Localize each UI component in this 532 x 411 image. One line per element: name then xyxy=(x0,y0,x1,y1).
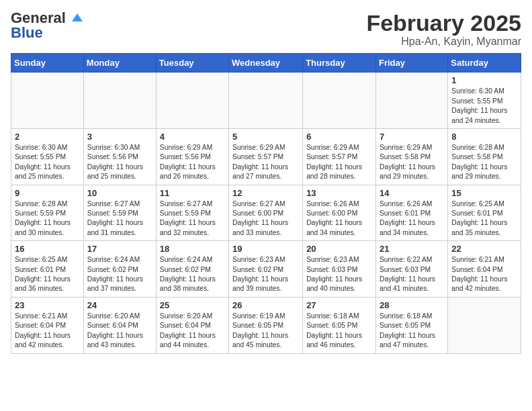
day-number: 11 xyxy=(160,188,225,198)
day-number: 21 xyxy=(380,244,444,254)
day-info: Sunrise: 6:18 AM Sunset: 6:05 PM Dayligh… xyxy=(306,312,372,351)
day-cell xyxy=(156,73,228,129)
week-row-5: 23Sunrise: 6:21 AM Sunset: 6:04 PM Dayli… xyxy=(11,297,521,353)
day-info: Sunrise: 6:23 AM Sunset: 6:02 PM Dayligh… xyxy=(232,255,299,294)
day-info: Sunrise: 6:29 AM Sunset: 5:57 PM Dayligh… xyxy=(306,143,372,182)
week-row-4: 16Sunrise: 6:25 AM Sunset: 6:01 PM Dayli… xyxy=(11,241,521,298)
day-number: 10 xyxy=(87,188,152,198)
day-info: Sunrise: 6:27 AM Sunset: 5:59 PM Dayligh… xyxy=(160,199,225,238)
day-info: Sunrise: 6:30 AM Sunset: 5:56 PM Dayligh… xyxy=(87,143,152,182)
day-info: Sunrise: 6:25 AM Sunset: 6:01 PM Dayligh… xyxy=(15,255,80,294)
day-info: Sunrise: 6:29 AM Sunset: 5:58 PM Dayligh… xyxy=(380,143,444,182)
logo: General Blue xyxy=(11,11,84,42)
day-cell: 18Sunrise: 6:24 AM Sunset: 6:02 PM Dayli… xyxy=(156,241,228,298)
day-cell: 16Sunrise: 6:25 AM Sunset: 6:01 PM Dayli… xyxy=(11,241,84,298)
day-cell xyxy=(229,73,303,129)
weekday-header-saturday: Saturday xyxy=(448,54,521,73)
day-cell xyxy=(83,73,156,129)
day-cell: 5Sunrise: 6:29 AM Sunset: 5:57 PM Daylig… xyxy=(229,129,303,185)
day-cell: 4Sunrise: 6:29 AM Sunset: 5:56 PM Daylig… xyxy=(156,129,228,185)
day-number: 5 xyxy=(232,132,299,142)
day-cell: 8Sunrise: 6:28 AM Sunset: 5:58 PM Daylig… xyxy=(448,129,521,185)
day-cell: 14Sunrise: 6:26 AM Sunset: 6:01 PM Dayli… xyxy=(376,185,448,241)
day-info: Sunrise: 6:27 AM Sunset: 6:00 PM Dayligh… xyxy=(232,199,299,238)
logo-text: General xyxy=(11,11,84,26)
calendar: SundayMondayTuesdayWednesdayThursdayFrid… xyxy=(11,53,521,353)
day-cell: 10Sunrise: 6:27 AM Sunset: 5:59 PM Dayli… xyxy=(83,185,156,241)
day-number: 18 xyxy=(160,244,225,254)
day-number: 16 xyxy=(15,244,80,254)
day-number: 2 xyxy=(15,132,80,142)
day-number: 19 xyxy=(232,244,299,254)
day-cell: 3Sunrise: 6:30 AM Sunset: 5:56 PM Daylig… xyxy=(83,129,156,185)
day-number: 4 xyxy=(160,132,225,142)
week-row-3: 9Sunrise: 6:28 AM Sunset: 5:59 PM Daylig… xyxy=(11,185,521,241)
week-row-1: 1Sunrise: 6:30 AM Sunset: 5:55 PM Daylig… xyxy=(11,73,521,129)
day-cell: 6Sunrise: 6:29 AM Sunset: 5:57 PM Daylig… xyxy=(303,129,376,185)
day-number: 14 xyxy=(380,188,444,198)
day-number: 15 xyxy=(451,188,517,198)
day-number: 6 xyxy=(306,132,372,142)
day-info: Sunrise: 6:26 AM Sunset: 6:01 PM Dayligh… xyxy=(380,199,444,238)
day-cell: 24Sunrise: 6:20 AM Sunset: 6:04 PM Dayli… xyxy=(83,297,156,353)
day-number: 7 xyxy=(380,132,444,142)
day-number: 23 xyxy=(15,300,80,310)
day-cell xyxy=(11,73,84,129)
weekday-header-wednesday: Wednesday xyxy=(229,54,303,73)
day-cell: 19Sunrise: 6:23 AM Sunset: 6:02 PM Dayli… xyxy=(229,241,303,298)
weekday-header-thursday: Thursday xyxy=(303,54,376,73)
day-cell: 20Sunrise: 6:23 AM Sunset: 6:03 PM Dayli… xyxy=(303,241,376,298)
day-info: Sunrise: 6:21 AM Sunset: 6:04 PM Dayligh… xyxy=(15,312,80,351)
day-info: Sunrise: 6:20 AM Sunset: 6:04 PM Dayligh… xyxy=(87,312,152,351)
day-info: Sunrise: 6:29 AM Sunset: 5:57 PM Dayligh… xyxy=(232,143,299,182)
day-number: 9 xyxy=(15,188,80,198)
day-number: 3 xyxy=(87,132,152,142)
day-number: 8 xyxy=(451,132,517,142)
day-cell xyxy=(448,297,521,353)
day-info: Sunrise: 6:25 AM Sunset: 6:01 PM Dayligh… xyxy=(451,199,517,238)
header: General Blue February 2025 Hpa-An, Kayin… xyxy=(11,11,521,48)
day-info: Sunrise: 6:24 AM Sunset: 6:02 PM Dayligh… xyxy=(87,255,152,294)
day-cell: 9Sunrise: 6:28 AM Sunset: 5:59 PM Daylig… xyxy=(11,185,84,241)
month-title: February 2025 xyxy=(366,11,521,36)
day-info: Sunrise: 6:30 AM Sunset: 5:55 PM Dayligh… xyxy=(451,87,517,126)
weekday-header-friday: Friday xyxy=(376,54,448,73)
day-info: Sunrise: 6:18 AM Sunset: 6:05 PM Dayligh… xyxy=(380,312,444,351)
day-info: Sunrise: 6:29 AM Sunset: 5:56 PM Dayligh… xyxy=(160,143,225,182)
title-section: February 2025 Hpa-An, Kayin, Myanmar xyxy=(366,11,521,48)
day-info: Sunrise: 6:21 AM Sunset: 6:04 PM Dayligh… xyxy=(451,255,517,294)
day-number: 26 xyxy=(232,300,299,310)
location-title: Hpa-An, Kayin, Myanmar xyxy=(366,36,521,48)
day-cell: 27Sunrise: 6:18 AM Sunset: 6:05 PM Dayli… xyxy=(303,297,376,353)
weekday-header-monday: Monday xyxy=(83,54,156,73)
day-cell: 22Sunrise: 6:21 AM Sunset: 6:04 PM Dayli… xyxy=(448,241,521,298)
day-number: 12 xyxy=(232,188,299,198)
day-number: 25 xyxy=(160,300,225,310)
day-info: Sunrise: 6:19 AM Sunset: 6:05 PM Dayligh… xyxy=(232,312,299,351)
day-cell xyxy=(303,73,376,129)
day-number: 17 xyxy=(87,244,152,254)
day-number: 28 xyxy=(380,300,444,310)
day-cell: 28Sunrise: 6:18 AM Sunset: 6:05 PM Dayli… xyxy=(376,297,448,353)
logo-blue: Blue xyxy=(11,24,43,42)
day-info: Sunrise: 6:20 AM Sunset: 6:04 PM Dayligh… xyxy=(160,312,225,351)
day-cell: 23Sunrise: 6:21 AM Sunset: 6:04 PM Dayli… xyxy=(11,297,84,353)
day-number: 24 xyxy=(87,300,152,310)
day-cell: 21Sunrise: 6:22 AM Sunset: 6:03 PM Dayli… xyxy=(376,241,448,298)
day-info: Sunrise: 6:26 AM Sunset: 6:00 PM Dayligh… xyxy=(306,199,372,238)
day-info: Sunrise: 6:22 AM Sunset: 6:03 PM Dayligh… xyxy=(380,255,444,294)
day-cell: 25Sunrise: 6:20 AM Sunset: 6:04 PM Dayli… xyxy=(156,297,228,353)
day-cell: 17Sunrise: 6:24 AM Sunset: 6:02 PM Dayli… xyxy=(83,241,156,298)
weekday-header-row: SundayMondayTuesdayWednesdayThursdayFrid… xyxy=(11,54,521,73)
day-info: Sunrise: 6:27 AM Sunset: 5:59 PM Dayligh… xyxy=(87,199,152,238)
day-info: Sunrise: 6:28 AM Sunset: 5:59 PM Dayligh… xyxy=(15,199,80,238)
svg-marker-0 xyxy=(72,13,83,21)
weekday-header-tuesday: Tuesday xyxy=(156,54,228,73)
day-number: 22 xyxy=(451,244,517,254)
weekday-header-sunday: Sunday xyxy=(11,54,84,73)
day-info: Sunrise: 6:23 AM Sunset: 6:03 PM Dayligh… xyxy=(306,255,372,294)
day-number: 13 xyxy=(306,188,372,198)
day-cell: 26Sunrise: 6:19 AM Sunset: 6:05 PM Dayli… xyxy=(229,297,303,353)
day-info: Sunrise: 6:24 AM Sunset: 6:02 PM Dayligh… xyxy=(160,255,225,294)
logo-icon xyxy=(71,12,84,26)
